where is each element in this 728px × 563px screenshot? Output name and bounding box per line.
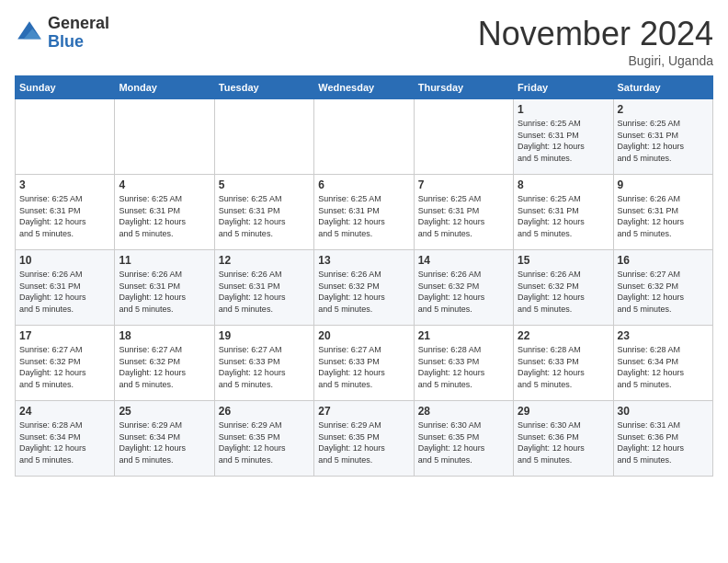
day-cell-19: 19Sunrise: 6:27 AM Sunset: 6:33 PM Dayli… xyxy=(214,326,313,401)
day-cell-4: 4Sunrise: 6:25 AM Sunset: 6:31 PM Daylig… xyxy=(115,175,214,250)
day-info: Sunrise: 6:26 AM Sunset: 6:31 PM Dayligh… xyxy=(119,269,210,315)
logo-icon xyxy=(15,18,44,48)
day-number: 9 xyxy=(618,178,709,191)
day-info: Sunrise: 6:25 AM Sunset: 6:31 PM Dayligh… xyxy=(119,193,210,239)
day-info: Sunrise: 6:27 AM Sunset: 6:32 PM Dayligh… xyxy=(618,269,709,315)
day-cell-17: 17Sunrise: 6:27 AM Sunset: 6:32 PM Dayli… xyxy=(16,326,115,401)
day-cell-empty xyxy=(214,99,313,175)
day-number: 17 xyxy=(19,329,110,342)
day-number: 12 xyxy=(219,254,310,267)
day-info: Sunrise: 6:25 AM Sunset: 6:31 PM Dayligh… xyxy=(618,118,709,164)
day-number: 1 xyxy=(518,103,609,116)
day-cell-30: 30Sunrise: 6:31 AM Sunset: 6:36 PM Dayli… xyxy=(613,401,712,477)
day-info: Sunrise: 6:27 AM Sunset: 6:33 PM Dayligh… xyxy=(318,344,409,390)
day-info: Sunrise: 6:28 AM Sunset: 6:33 PM Dayligh… xyxy=(518,344,609,390)
day-cell-empty xyxy=(16,99,115,175)
header-monday: Monday xyxy=(115,76,214,99)
day-cell-12: 12Sunrise: 6:26 AM Sunset: 6:31 PM Dayli… xyxy=(214,250,313,326)
day-cell-9: 9Sunrise: 6:26 AM Sunset: 6:31 PM Daylig… xyxy=(613,175,712,250)
day-info: Sunrise: 6:25 AM Sunset: 6:31 PM Dayligh… xyxy=(518,193,609,239)
day-info: Sunrise: 6:25 AM Sunset: 6:31 PM Dayligh… xyxy=(219,193,310,239)
day-number: 24 xyxy=(19,405,110,418)
day-number: 13 xyxy=(318,254,409,267)
page-header: General Blue November 2024 Bugiri, Ugand… xyxy=(15,15,713,68)
day-number: 2 xyxy=(618,103,709,116)
day-cell-8: 8Sunrise: 6:25 AM Sunset: 6:31 PM Daylig… xyxy=(514,175,613,250)
day-info: Sunrise: 6:26 AM Sunset: 6:32 PM Dayligh… xyxy=(418,269,509,315)
day-cell-27: 27Sunrise: 6:29 AM Sunset: 6:35 PM Dayli… xyxy=(314,401,414,477)
header-friday: Friday xyxy=(514,76,613,99)
day-number: 11 xyxy=(119,254,210,267)
day-cell-23: 23Sunrise: 6:28 AM Sunset: 6:34 PM Dayli… xyxy=(613,326,712,401)
day-info: Sunrise: 6:29 AM Sunset: 6:35 PM Dayligh… xyxy=(318,419,409,465)
day-info: Sunrise: 6:26 AM Sunset: 6:32 PM Dayligh… xyxy=(318,269,409,315)
week-row-5: 24Sunrise: 6:28 AM Sunset: 6:34 PM Dayli… xyxy=(16,401,713,477)
header-tuesday: Tuesday xyxy=(214,76,313,99)
day-number: 10 xyxy=(19,254,110,267)
logo: General Blue xyxy=(15,15,109,52)
day-cell-empty xyxy=(115,99,214,175)
day-number: 7 xyxy=(418,178,509,191)
day-number: 6 xyxy=(318,178,409,191)
day-info: Sunrise: 6:28 AM Sunset: 6:33 PM Dayligh… xyxy=(418,344,509,390)
day-cell-5: 5Sunrise: 6:25 AM Sunset: 6:31 PM Daylig… xyxy=(214,175,313,250)
day-cell-13: 13Sunrise: 6:26 AM Sunset: 6:32 PM Dayli… xyxy=(314,250,414,326)
day-info: Sunrise: 6:25 AM Sunset: 6:31 PM Dayligh… xyxy=(418,193,509,239)
day-cell-26: 26Sunrise: 6:29 AM Sunset: 6:35 PM Dayli… xyxy=(214,401,313,477)
day-info: Sunrise: 6:25 AM Sunset: 6:31 PM Dayligh… xyxy=(19,193,110,239)
day-number: 19 xyxy=(219,329,310,342)
weekday-header-row: SundayMondayTuesdayWednesdayThursdayFrid… xyxy=(16,76,713,99)
location: Bugiri, Uganda xyxy=(478,53,713,68)
day-cell-22: 22Sunrise: 6:28 AM Sunset: 6:33 PM Dayli… xyxy=(514,326,613,401)
week-row-4: 17Sunrise: 6:27 AM Sunset: 6:32 PM Dayli… xyxy=(16,326,713,401)
day-cell-empty xyxy=(314,99,414,175)
day-info: Sunrise: 6:27 AM Sunset: 6:33 PM Dayligh… xyxy=(219,344,310,390)
day-info: Sunrise: 6:31 AM Sunset: 6:36 PM Dayligh… xyxy=(618,419,709,465)
header-wednesday: Wednesday xyxy=(314,76,414,99)
day-info: Sunrise: 6:26 AM Sunset: 6:31 PM Dayligh… xyxy=(219,269,310,315)
day-info: Sunrise: 6:26 AM Sunset: 6:31 PM Dayligh… xyxy=(19,269,110,315)
day-info: Sunrise: 6:25 AM Sunset: 6:31 PM Dayligh… xyxy=(318,193,409,239)
day-number: 18 xyxy=(119,329,210,342)
day-number: 29 xyxy=(518,405,609,418)
day-number: 8 xyxy=(518,178,609,191)
day-number: 21 xyxy=(418,329,509,342)
day-info: Sunrise: 6:26 AM Sunset: 6:32 PM Dayligh… xyxy=(518,269,609,315)
day-cell-29: 29Sunrise: 6:30 AM Sunset: 6:36 PM Dayli… xyxy=(514,401,613,477)
day-cell-25: 25Sunrise: 6:29 AM Sunset: 6:34 PM Dayli… xyxy=(115,401,214,477)
title-block: November 2024 Bugiri, Uganda xyxy=(478,15,713,68)
day-cell-6: 6Sunrise: 6:25 AM Sunset: 6:31 PM Daylig… xyxy=(314,175,414,250)
day-number: 5 xyxy=(219,178,310,191)
header-saturday: Saturday xyxy=(613,76,712,99)
calendar-table: SundayMondayTuesdayWednesdayThursdayFrid… xyxy=(15,75,713,477)
day-cell-3: 3Sunrise: 6:25 AM Sunset: 6:31 PM Daylig… xyxy=(16,175,115,250)
day-cell-24: 24Sunrise: 6:28 AM Sunset: 6:34 PM Dayli… xyxy=(16,401,115,477)
day-number: 23 xyxy=(618,329,709,342)
week-row-3: 10Sunrise: 6:26 AM Sunset: 6:31 PM Dayli… xyxy=(16,250,713,326)
header-sunday: Sunday xyxy=(16,76,115,99)
day-info: Sunrise: 6:30 AM Sunset: 6:35 PM Dayligh… xyxy=(418,419,509,465)
header-thursday: Thursday xyxy=(414,76,513,99)
day-number: 22 xyxy=(518,329,609,342)
day-info: Sunrise: 6:25 AM Sunset: 6:31 PM Dayligh… xyxy=(518,118,609,164)
day-number: 14 xyxy=(418,254,509,267)
day-cell-28: 28Sunrise: 6:30 AM Sunset: 6:35 PM Dayli… xyxy=(414,401,513,477)
day-number: 15 xyxy=(518,254,609,267)
week-row-1: 1Sunrise: 6:25 AM Sunset: 6:31 PM Daylig… xyxy=(16,99,713,175)
day-info: Sunrise: 6:30 AM Sunset: 6:36 PM Dayligh… xyxy=(518,419,609,465)
day-cell-empty xyxy=(414,99,513,175)
day-number: 4 xyxy=(119,178,210,191)
day-cell-20: 20Sunrise: 6:27 AM Sunset: 6:33 PM Dayli… xyxy=(314,326,414,401)
logo-blue-text: Blue xyxy=(48,32,84,51)
logo-general-text: General xyxy=(48,14,109,32)
day-number: 20 xyxy=(318,329,409,342)
month-title: November 2024 xyxy=(478,15,713,53)
day-cell-11: 11Sunrise: 6:26 AM Sunset: 6:31 PM Dayli… xyxy=(115,250,214,326)
day-number: 27 xyxy=(318,405,409,418)
day-cell-1: 1Sunrise: 6:25 AM Sunset: 6:31 PM Daylig… xyxy=(514,99,613,175)
day-info: Sunrise: 6:29 AM Sunset: 6:34 PM Dayligh… xyxy=(119,419,210,465)
day-info: Sunrise: 6:27 AM Sunset: 6:32 PM Dayligh… xyxy=(119,344,210,390)
day-cell-2: 2Sunrise: 6:25 AM Sunset: 6:31 PM Daylig… xyxy=(613,99,712,175)
day-info: Sunrise: 6:26 AM Sunset: 6:31 PM Dayligh… xyxy=(618,193,709,239)
day-info: Sunrise: 6:29 AM Sunset: 6:35 PM Dayligh… xyxy=(219,419,310,465)
